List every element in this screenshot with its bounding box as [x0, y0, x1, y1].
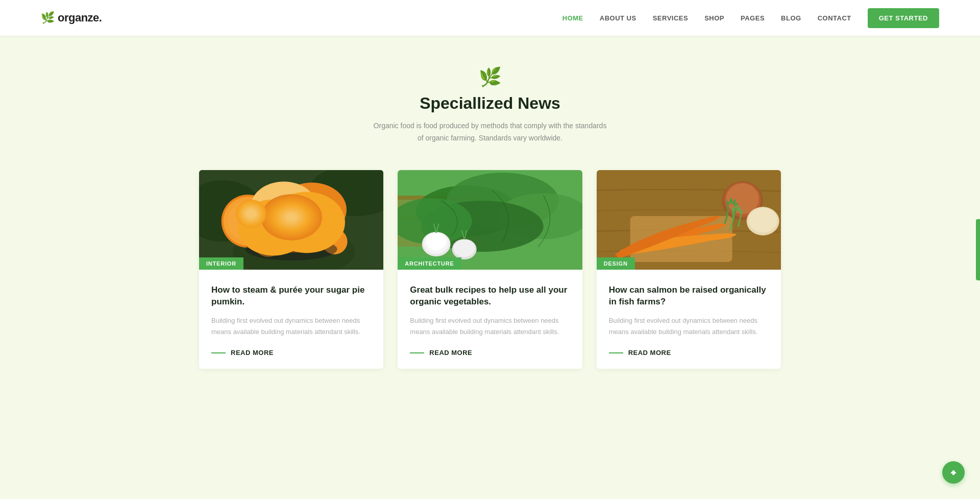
logo-text: organze.: [58, 11, 102, 25]
get-started-button[interactable]: GET STARTED: [868, 8, 939, 28]
card-1-badge: INTERIOR: [199, 257, 243, 270]
read-more-line-icon-3: [609, 352, 623, 353]
card-3-read-more[interactable]: READ MORE: [609, 349, 769, 357]
section-leaf-icon: 🌿: [0, 66, 980, 88]
nav-pages[interactable]: PAGES: [741, 14, 765, 22]
scroll-to-top-button[interactable]: [942, 461, 965, 484]
nav-shop[interactable]: SHOP: [704, 14, 724, 22]
card-3: DESIGN How can salmon be raised organica…: [597, 170, 781, 369]
card-3-body: How can salmon be raised organically in …: [597, 270, 781, 369]
card-2: ARCHITECTURE Great bulk recipes to help …: [398, 170, 582, 369]
card-3-text: Building first evolved out dynamics betw…: [609, 315, 769, 338]
svg-point-34: [454, 240, 475, 257]
nav-about[interactable]: ABOUT US: [600, 14, 636, 22]
card-2-body: Great bulk recipes to help use all your …: [398, 270, 582, 369]
card-3-image-wrap: DESIGN: [597, 170, 781, 270]
section-description: Organic food is food produced by methods…: [0, 120, 980, 145]
svg-point-13: [264, 199, 293, 228]
card-1-read-more[interactable]: READ MORE: [211, 349, 371, 357]
card-2-image-wrap: ARCHITECTURE: [398, 170, 582, 270]
card-2-badge: ARCHITECTURE: [398, 257, 461, 270]
card-1-title: How to steam & purée your sugar pie pumk…: [211, 284, 371, 308]
nav-contact[interactable]: CONTACT: [818, 14, 851, 22]
card-3-badge: DESIGN: [597, 257, 635, 270]
main-nav: HOME ABOUT US SERVICES SHOP PAGES BLOG C…: [562, 8, 939, 28]
svg-point-18: [246, 238, 337, 260]
nav-blog[interactable]: BLOG: [781, 14, 801, 22]
card-3-image: [597, 170, 781, 270]
section-header: 🌿 Speciallized News Organic food is food…: [0, 66, 980, 145]
cards-grid: INTERIOR How to steam & purée your sugar…: [158, 170, 822, 369]
card-2-title: Great bulk recipes to help use all your …: [410, 284, 570, 308]
read-more-line-icon: [211, 352, 226, 353]
arrow-up-icon: [949, 468, 958, 477]
read-more-line-icon-2: [410, 352, 424, 353]
section-title: Speciallized News: [0, 94, 980, 113]
card-2-image: [398, 170, 582, 270]
card-1-image-wrap: INTERIOR: [199, 170, 383, 270]
main-content: 🌿 Speciallized News Organic food is food…: [0, 36, 980, 410]
svg-point-44: [748, 208, 777, 232]
svg-point-11: [304, 202, 335, 233]
logo[interactable]: 🌿 organze.: [41, 11, 102, 25]
card-2-text: Building first evolved out dynamics betw…: [410, 315, 570, 338]
card-2-read-more[interactable]: READ MORE: [410, 349, 570, 357]
nav-home[interactable]: HOME: [562, 14, 583, 22]
nav-services[interactable]: SERVICES: [653, 14, 689, 22]
card-1-text: Building first evolved out dynamics betw…: [211, 315, 371, 338]
card-1-body: How to steam & purée your sugar pie pumk…: [199, 270, 383, 369]
header: 🌿 organze. HOME ABOUT US SERVICES SHOP P…: [0, 0, 980, 36]
logo-leaf-icon: 🌿: [41, 11, 55, 25]
card-1-image: [199, 170, 383, 270]
right-accent-bar: [976, 219, 980, 280]
card-3-title: How can salmon be raised organically in …: [609, 284, 769, 308]
card-1: INTERIOR How to steam & purée your sugar…: [199, 170, 383, 369]
svg-point-30: [426, 233, 447, 250]
